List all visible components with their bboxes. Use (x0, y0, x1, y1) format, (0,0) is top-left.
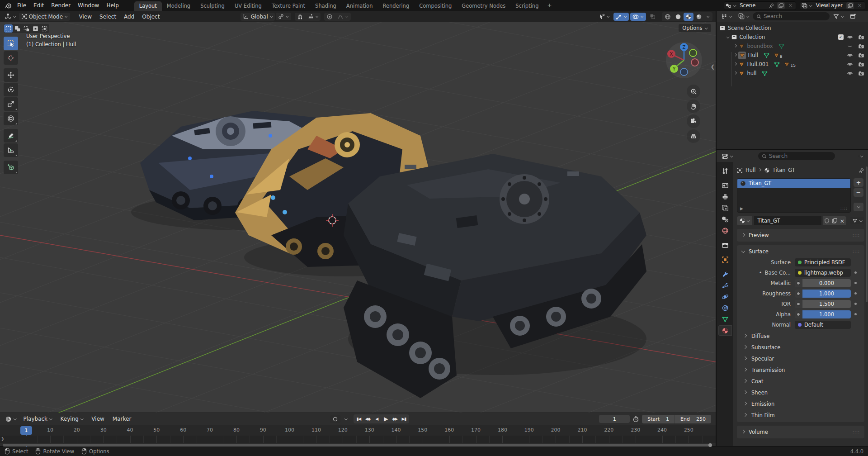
3d-viewport[interactable]: Options User Perspective (1) Collection … (0, 22, 716, 413)
breadcrumb-object[interactable]: Hull (745, 167, 755, 173)
tab-geometry-nodes[interactable]: Geometry Nodes (457, 1, 510, 11)
tab-shading[interactable]: Shading (310, 1, 341, 11)
transport-play-button[interactable]: ▶ (382, 415, 390, 423)
eye-icon[interactable] (845, 52, 855, 58)
properties-tab-object[interactable] (718, 254, 732, 265)
remove-viewlayer-icon[interactable]: × (856, 2, 863, 9)
material-slot-list[interactable]: Titan_GT ▶ :::: (737, 178, 851, 213)
outliner-row-collection[interactable]: Collection✓ (717, 33, 868, 42)
camera-view-icon[interactable] (687, 114, 700, 128)
tool-cursor[interactable] (4, 51, 18, 65)
viewport-menu-select[interactable]: Select (96, 13, 120, 21)
timeline-menu-marker[interactable]: Marker (109, 415, 135, 423)
duplicate-icon[interactable] (831, 216, 839, 225)
scene-selector[interactable]: Scene × (724, 1, 797, 10)
camera-render-icon[interactable] (856, 61, 866, 67)
editor-type-3dviewport-button[interactable] (2, 12, 19, 21)
blender-logo-icon[interactable] (5, 2, 12, 9)
properties-tab-render[interactable] (718, 180, 732, 190)
select-mode-subtract[interactable] (22, 24, 31, 33)
shading-options-dropdown[interactable] (704, 15, 712, 18)
panel-grip-icon[interactable]: :::: (853, 249, 860, 254)
subsection-coat[interactable]: Coat (737, 375, 864, 387)
pan-hand-icon[interactable] (687, 100, 700, 113)
tab-animation[interactable]: Animation (341, 1, 378, 11)
timeline-scrollbar[interactable] (0, 443, 716, 446)
xray-toggle[interactable] (647, 13, 658, 20)
pivot-point-dropdown[interactable] (276, 13, 291, 20)
properties-tab-object-data[interactable] (718, 314, 732, 324)
value-slider[interactable]: 1.000 (802, 290, 851, 298)
properties-tab-modifiers[interactable] (718, 269, 732, 279)
gizmos-toggle[interactable] (613, 13, 629, 21)
keyframe-decorator[interactable] (851, 282, 860, 284)
properties-tab-material[interactable] (718, 325, 732, 336)
properties-tab-output[interactable] (718, 191, 732, 202)
button-shading-solid[interactable] (673, 13, 683, 21)
resize-grip-icon[interactable]: :::: (840, 206, 848, 211)
expand-right-icon[interactable] (734, 73, 737, 74)
expand-right-icon[interactable] (734, 55, 737, 56)
expand-arrow-icon[interactable]: ▶ (740, 206, 743, 211)
input-socket-button[interactable] (795, 279, 802, 287)
keyframe-decorator[interactable] (851, 313, 860, 315)
subsection-subsurface[interactable]: Subsurface (737, 342, 864, 353)
select-mode-extend[interactable] (13, 24, 22, 33)
properties-tab-world[interactable] (718, 225, 732, 236)
tool-annotate[interactable] (4, 129, 18, 142)
timeline-channels[interactable]: ❯ (0, 436, 716, 443)
tool-move[interactable] (4, 68, 18, 82)
tab-scripting[interactable]: Scripting (510, 1, 543, 11)
timeline-menu-playback[interactable]: Playback (20, 415, 56, 423)
tool-transform[interactable] (4, 112, 18, 125)
properties-search-input[interactable]: Search (758, 152, 835, 160)
outliner-row-scene collection[interactable]: Scene Collection (717, 24, 868, 33)
visibility-dropdown[interactable] (596, 13, 612, 21)
sidebar-collapse-icon[interactable]: ❮ (711, 64, 715, 70)
tab-texture-paint[interactable]: Texture Paint (267, 1, 310, 11)
proportional-edit-toggle[interactable] (324, 13, 335, 21)
input-socket-button[interactable] (795, 300, 802, 308)
menu-file[interactable]: File (14, 1, 30, 10)
snap-target-dropdown[interactable] (306, 13, 321, 20)
material-name-field[interactable]: Titan_GT (754, 216, 821, 225)
editor-type-outliner-button[interactable] (719, 12, 735, 20)
breadcrumb-material[interactable]: Titan_GT (773, 167, 795, 173)
properties-scrollbar[interactable] (866, 166, 868, 302)
pin-icon[interactable] (768, 2, 775, 9)
outliner-display-mode-button[interactable] (736, 12, 752, 20)
auto-keying-toggle[interactable] (330, 415, 340, 423)
value-slider[interactable]: 1.500 (802, 300, 851, 308)
properties-tab-view-layer[interactable] (718, 203, 732, 213)
viewport-menu-add[interactable]: Add (120, 13, 138, 21)
snap-magnet-toggle[interactable] (295, 13, 306, 21)
eye-icon[interactable] (845, 70, 855, 76)
select-mode-intersect[interactable] (40, 24, 49, 33)
unlink-scene-icon[interactable]: × (787, 2, 794, 9)
tool-scale[interactable] (4, 97, 18, 111)
value-button[interactable]: Default (795, 321, 851, 329)
subsection-transmission[interactable]: Transmission (737, 364, 864, 375)
transport-prev-keyframe-button[interactable]: ◀◆ (363, 415, 372, 423)
scene-name[interactable]: Scene (738, 2, 766, 9)
value-button[interactable]: Principled BSDF (795, 258, 851, 266)
transport-play-reverse-button[interactable]: ◀ (373, 415, 381, 423)
tab-rendering[interactable]: Rendering (377, 1, 414, 11)
value-button[interactable]: lightmap.webp (795, 269, 851, 277)
viewport-menu-view[interactable]: View (75, 13, 95, 21)
panel-grip-icon[interactable]: :::: (853, 233, 860, 238)
menu-render[interactable]: Render (47, 1, 74, 10)
properties-tab-scene[interactable] (718, 214, 732, 224)
auto-keying-dropdown[interactable] (342, 418, 350, 421)
camera-render-icon[interactable] (856, 52, 866, 58)
subsection-specular[interactable]: Specular (737, 353, 864, 364)
link-material-dropdown[interactable] (850, 217, 865, 224)
outliner-row-hull[interactable]: Hull8 (717, 51, 868, 60)
tool-add-cube[interactable] (4, 161, 18, 174)
preview-panel[interactable]: Preview :::: (737, 229, 864, 242)
editor-type-timeline-button[interactable] (3, 415, 19, 423)
camera-render-icon[interactable] (856, 70, 866, 76)
properties-tab-collection[interactable] (718, 240, 732, 250)
viewlayer-selector[interactable]: ViewLayer × (800, 1, 865, 10)
add-workspace-button[interactable]: + (543, 1, 555, 10)
